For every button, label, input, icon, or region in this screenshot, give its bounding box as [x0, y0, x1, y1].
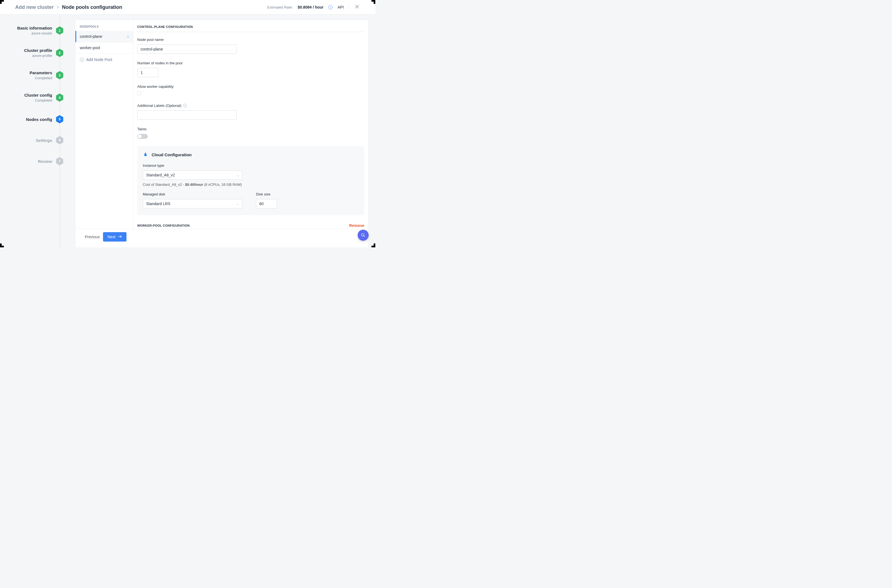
step-badge: 7	[56, 157, 63, 165]
step-subtitle: Completed	[24, 98, 52, 102]
nodepool-item[interactable]: control-plane›	[75, 31, 133, 42]
breadcrumb-root[interactable]: Add new cluster	[15, 4, 54, 10]
info-icon[interactable]: i	[328, 5, 332, 9]
step-title: Basic information	[17, 26, 52, 30]
allow-worker-checkbox[interactable]	[137, 92, 141, 95]
taints-label: Taints	[137, 127, 364, 131]
step-item[interactable]: Settings6	[0, 136, 65, 144]
step-subtitle: Completed	[30, 76, 52, 80]
nodepool-item[interactable]: worker-pool	[75, 42, 133, 54]
nodepool-item-label: worker-pool	[80, 45, 100, 50]
additional-labels-input[interactable]	[137, 110, 237, 120]
step-title: Nodes config	[26, 117, 52, 122]
info-icon[interactable]: i	[183, 104, 187, 107]
section-title-worker-pool: WORKER-POOL CONFIGURATION	[137, 224, 190, 227]
breadcrumb: Add new cluster > Node pools configurati…	[15, 4, 267, 10]
svg-line-4	[364, 236, 365, 237]
node-count-input[interactable]	[137, 68, 158, 77]
next-label: Next	[107, 235, 116, 239]
instance-type-select[interactable]: Standard_A8_v2 ⌄	[143, 170, 242, 180]
main-panel: NODEPOOLS control-plane›worker-pool + Ad…	[75, 20, 368, 248]
step-item[interactable]: ParametersCompleted3	[0, 70, 65, 80]
cloud-config-box: Cloud Configuration Instance type Standa…	[137, 146, 364, 215]
additional-labels-label: Additional Labels (Optional)	[137, 104, 182, 108]
step-badge: 5	[56, 115, 63, 123]
step-title: Cluster config	[24, 93, 52, 98]
chevron-right-icon: ›	[127, 34, 129, 39]
node-pool-name-input[interactable]	[137, 45, 237, 54]
node-pool-name-label: Node pool name	[137, 38, 364, 42]
step-item[interactable]: Cluster configCompleted4	[0, 93, 65, 102]
arrow-right-icon	[118, 235, 122, 239]
instance-cost-line: Cost of Standard_A8_v2 - $0.40/hour (8 v…	[143, 183, 359, 187]
azure-icon	[143, 152, 148, 158]
step-item[interactable]: Basic informationazure-cluster1	[0, 26, 65, 35]
plus-icon: +	[80, 58, 84, 62]
previous-button[interactable]: Previous	[85, 235, 100, 239]
taints-toggle[interactable]	[137, 134, 148, 139]
rate-value: $0.8084 / hour	[298, 5, 323, 9]
chevron-down-icon: ⌄	[237, 202, 239, 206]
instance-type-label: Instance type	[143, 164, 359, 168]
step-subtitle: azure-profile	[24, 54, 52, 58]
nodepool-sidebar-header: NODEPOOLS	[75, 24, 133, 31]
step-badge: 2	[56, 49, 63, 57]
rate-label: Estimated Rate:	[267, 5, 293, 9]
add-nodepool-button[interactable]: + Add Node Pool	[75, 54, 133, 66]
close-icon[interactable]	[354, 4, 360, 11]
footer: Previous Next	[75, 229, 368, 244]
managed-disk-select[interactable]: Standard LRS ⌄	[143, 199, 242, 208]
divider	[349, 4, 349, 10]
allow-worker-label: Allow worker capability	[137, 84, 364, 88]
step-item[interactable]: Nodes config5	[0, 115, 65, 123]
step-badge: 1	[56, 27, 63, 35]
nodepool-sidebar: NODEPOOLS control-plane›worker-pool + Ad…	[75, 20, 134, 229]
step-title: Parameters	[30, 70, 52, 75]
cloud-config-title: Cloud Configuration	[152, 152, 192, 157]
chevron-down-icon: ⌄	[237, 174, 239, 177]
managed-disk-value: Standard LRS	[146, 201, 170, 206]
nodepool-item-label: control-plane	[80, 34, 102, 39]
step-subtitle: azure-cluster	[17, 31, 52, 35]
step-title: Cluster profile	[24, 48, 52, 53]
svg-point-3	[362, 234, 364, 236]
step-item[interactable]: Review7	[0, 157, 65, 165]
help-fab[interactable]	[357, 230, 369, 241]
breadcrumb-separator: >	[56, 4, 59, 10]
step-title: Settings	[36, 138, 52, 143]
managed-disk-label: Managed disk	[143, 192, 242, 196]
step-title: Review	[38, 159, 52, 164]
section-title-control-plane: CONTROL-PLANE CONFIGURATION	[137, 25, 364, 32]
page-header: Add new cluster > Node pools configurati…	[0, 0, 375, 15]
disk-size-label: Disk size	[256, 192, 277, 196]
instance-type-value: Standard_A8_v2	[146, 173, 175, 177]
remove-button[interactable]: Remove	[349, 224, 364, 228]
breadcrumb-current: Node pools configuration	[62, 4, 122, 10]
next-button[interactable]: Next	[103, 232, 126, 242]
step-item[interactable]: Cluster profileazure-profile2	[0, 48, 65, 58]
disk-size-input[interactable]	[256, 199, 277, 208]
add-nodepool-label: Add Node Pool	[86, 57, 112, 62]
step-badge: 6	[56, 136, 63, 144]
search-icon	[361, 233, 366, 238]
form-content: CONTROL-PLANE CONFIGURATION Node pool na…	[134, 20, 368, 229]
node-count-label: Number of nodes in the pool	[137, 61, 364, 65]
step-badge: 4	[56, 94, 63, 102]
api-link[interactable]: API	[338, 5, 344, 9]
wizard-stepper: Basic informationazure-cluster1Cluster p…	[0, 15, 65, 248]
step-badge: 3	[56, 71, 63, 80]
